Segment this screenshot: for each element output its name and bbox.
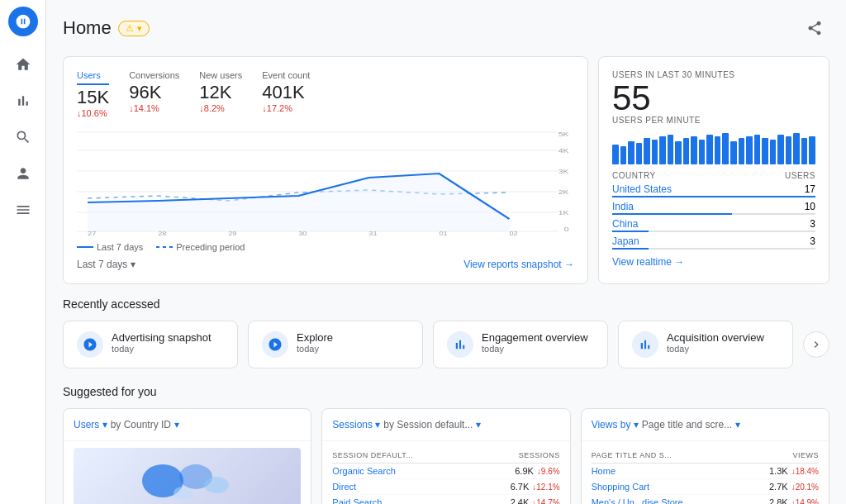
recent-card-explore[interactable]: Explore today [248,321,423,368]
legend-solid: Last 7 days [77,242,143,252]
data-row: Direct 6.7K ↓12.1% [332,479,559,495]
engagement-title: Engagement overview [482,331,588,344]
acquisition-title: Acquisition overview [667,331,764,344]
country-row: India 10 [612,201,815,215]
svg-point-25 [173,487,193,500]
svg-marker-21 [88,174,509,231]
country-rows: United States 17 India 10 China 3 [612,183,815,250]
recent-card-advertising[interactable]: Advertising snapshot today [63,321,238,368]
metric-new-users-label: New users [199,70,242,80]
card-title-dropdown[interactable]: Users ▾ [74,419,107,430]
metric-event-count[interactable]: Event count 401K ↓17.2% [262,70,310,118]
recent-nav-next[interactable] [803,331,829,358]
country-table: COUNTRY USERS United States 17 India 10 [612,171,815,250]
metric-event-count-label: Event count [262,70,310,80]
share-button[interactable] [800,13,829,43]
metric-conversions-value: 96K [129,82,179,103]
suggested-card-body: PAGE TITLE AND S... VIEWS Home 1.3K ↓18.… [582,441,829,504]
recent-card-engagement[interactable]: Engagement overview today [433,321,608,368]
sidebar-icon-reports[interactable] [8,86,38,116]
svg-text:4K: 4K [558,147,570,155]
suggested-section: Suggested for you Users ▾ by Country ID … [63,385,829,504]
users-col-header: USERS [785,171,815,180]
metric-new-users-value: 12K [199,82,242,103]
metric-cards: Users 15K ↓10.6% Conversions 96K ↓14.1% … [77,70,574,118]
country-bar-container [612,231,815,232]
mini-bar [739,138,745,164]
recently-accessed-title: Recently accessed [63,297,829,311]
data-table-header: PAGE TITLE AND S... VIEWS [592,448,819,464]
metric-event-count-value: 401K [262,82,310,103]
data-row-value: 6.9K [515,466,534,476]
card-title-dropdown[interactable]: Sessions ▾ [332,419,380,430]
country-bar-container [612,213,815,215]
mini-bar [612,145,619,164]
suggested-card: Users ▾ by Country ID ▾ COUNTRY ID USERS [63,408,311,504]
view-reports-link[interactable]: View reports snapshot → [463,259,574,270]
advertising-info: Advertising snapshot today [112,331,212,354]
data-row-change: ↓20.1% [791,483,819,492]
country-name: Japan [612,235,639,247]
dropdown-row: Users ▾ by Country ID ▾ [74,419,301,430]
recent-card-acquisition[interactable]: Acquisition overview today [618,321,793,368]
sidebar-icon-list[interactable] [8,195,38,225]
view-realtime-link[interactable]: View realtime → [612,256,815,268]
card-subtitle-dropdown[interactable]: ▾ [174,419,179,430]
card-subtitle: by Country ID [111,419,171,430]
data-row-change: ↓14.7% [532,498,559,505]
data-row-value: 6.7K [511,482,530,492]
engagement-info: Engagement overview today [482,331,588,354]
advertising-title: Advertising snapshot [112,331,212,344]
mini-bar [691,136,697,164]
line-chart: 5K 4K 3K 2K 1K 0 27 Jan 28 [77,128,574,235]
country-bar-container [612,248,815,250]
country-bar [612,196,815,197]
country-bar [612,231,649,232]
app-logo[interactable] [8,7,38,36]
date-filter[interactable]: Last 7 days ▾ [77,259,135,270]
sidebar-icon-search[interactable] [8,122,38,152]
metric-new-users[interactable]: New users 12K ↓8.2% [199,70,242,118]
sidebar-icon-home[interactable] [8,50,38,79]
engagement-sub: today [482,344,588,354]
data-row-name: Paid Search [332,497,503,504]
advertising-icon [77,331,103,358]
date-filter-chevron: ▾ [131,259,135,270]
mini-bar [746,136,753,164]
country-row: China 3 [612,218,815,232]
svg-text:1K: 1K [558,209,570,216]
card-subtitle-dropdown[interactable]: ▾ [476,419,481,430]
col1-header: SESSION DEFAULT... [332,451,413,459]
svg-text:0: 0 [564,226,569,233]
acquisition-info: Acquisition overview today [667,331,764,354]
mini-bar [793,133,800,164]
metric-conversions[interactable]: Conversions 96K ↓14.1% [129,70,179,118]
alert-icon: ⚠ [126,23,134,34]
metric-event-count-change: ↓17.2% [262,103,310,113]
col2-header: SESSIONS [519,451,560,459]
mini-bar [786,136,792,164]
data-row-name: Direct [332,482,503,492]
alert-badge[interactable]: ⚠ ▾ [118,21,150,36]
country-name: India [612,201,634,212]
mini-bar [652,140,658,164]
explore-icon [262,331,288,358]
country-row: Japan 3 [612,235,815,250]
header-left: Home ⚠ ▾ [63,17,150,39]
mini-bar [777,135,784,164]
card-title-dropdown[interactable]: Views by ▾ [592,419,639,430]
mini-bar [699,140,706,164]
mini-bar [636,143,643,164]
mini-bar [715,136,721,164]
suggested-title: Suggested for you [63,385,829,398]
col2-header: VIEWS [792,451,819,459]
card-subtitle-dropdown[interactable]: ▾ [735,419,740,430]
legend-dashed-line [156,246,173,248]
svg-text:5K: 5K [558,131,570,138]
mini-bar [659,136,666,164]
metric-users[interactable]: Users 15K ↓10.6% [77,70,109,118]
sidebar-icon-audience[interactable] [8,159,38,188]
country-bar [612,213,732,215]
country-name: United States [612,183,672,195]
legend-dashed: Preceding period [156,242,245,252]
